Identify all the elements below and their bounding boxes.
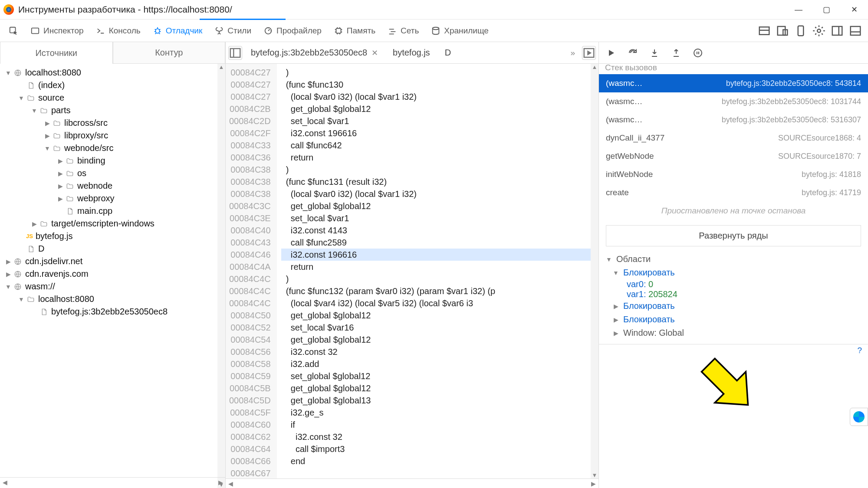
tree-item[interactable]: ▼wasm://	[2, 280, 217, 293]
svg-rect-10	[832, 26, 842, 35]
tree-item[interactable]: ▼source	[2, 92, 217, 104]
teamviewer-icon[interactable]	[850, 408, 868, 426]
dock-bottom-icon[interactable]	[849, 24, 862, 37]
tree-item[interactable]: (index)	[2, 79, 217, 92]
settings-icon[interactable]	[812, 24, 825, 37]
tree-item[interactable]: ▶libproxy/src	[2, 129, 217, 142]
svg-rect-11	[851, 26, 861, 35]
tree-item[interactable]: ▶webnode	[2, 180, 217, 192]
callstack-header: Стек вызовов	[599, 61, 868, 74]
svg-rect-1	[32, 28, 39, 33]
tab-memory[interactable]: Память	[328, 23, 381, 38]
stack-frame[interactable]: (wasmc…bytefog.js:3b2ebb2e53050ec8: 1031…	[599, 92, 868, 111]
tab-console[interactable]: Консоль	[90, 23, 147, 38]
tree-item[interactable]: bytefog.js:3b2ebb2e53050ec8	[2, 305, 217, 318]
minimize-button[interactable]: —	[785, 0, 812, 20]
globe-icon	[13, 282, 23, 291]
tab-style[interactable]: Стили	[208, 23, 257, 38]
debugger-side-panel: Стек вызовов (wasmc…bytefog.js:3b2ebb2e5…	[599, 42, 868, 488]
stack-frame[interactable]: (wasmc…bytefog.js:3b2ebb2e53050ec8: 5316…	[599, 111, 868, 129]
tab-sources[interactable]: Источники	[0, 42, 113, 64]
close-button[interactable]: ✕	[840, 0, 868, 20]
svg-point-18	[694, 49, 702, 57]
scope-window[interactable]: ▶Window: Global	[601, 326, 866, 340]
scope-block-3[interactable]: ▶Блокировать	[601, 313, 866, 326]
layout-icon[interactable]	[758, 24, 771, 37]
expand-rows-button[interactable]: Развернуть ряды	[606, 225, 861, 246]
stack-frame[interactable]: initWebNodebytefog.js: 41818	[599, 165, 868, 183]
editor-tab-3[interactable]: D	[439, 45, 457, 60]
tree-scrollbar[interactable]: ▲▼	[217, 64, 225, 488]
maximize-button[interactable]: ▢	[812, 0, 840, 20]
tab-outline[interactable]: Контур	[113, 42, 226, 64]
folder-icon	[39, 219, 49, 229]
pick-element-button[interactable]	[3, 23, 24, 38]
folder-icon	[52, 131, 62, 141]
tree-item[interactable]: ▶libcross/src	[2, 117, 217, 129]
file-icon	[39, 307, 49, 317]
right-footer: ?	[599, 344, 868, 356]
sources-panel: Источники Контур ▼localhost:8080(index)▼…	[0, 42, 226, 488]
globe-icon	[13, 269, 23, 279]
titlebar: Инструменты разработчика - https://local…	[0, 0, 868, 20]
scope-var0: var0: 0	[601, 279, 866, 289]
tree-item[interactable]: ▼webnode/src	[2, 142, 217, 154]
editor-panel: bytefog.js:3b2ebb2e53050ec8✕ bytefog.js …	[226, 42, 599, 488]
call-stack[interactable]: (wasmc…bytefog.js:3b2ebb2e53050ec8: 5438…	[599, 74, 868, 202]
tabs-overflow[interactable]: »	[566, 48, 579, 58]
run-icon[interactable]	[582, 46, 596, 60]
pause-button[interactable]	[692, 47, 704, 59]
svg-rect-3	[336, 28, 341, 33]
tree-item[interactable]: ▶target/emscripten-windows	[2, 217, 217, 230]
folder-icon	[26, 93, 36, 103]
scope-var1: var1: 205824	[601, 289, 866, 299]
step-over-button[interactable]	[627, 47, 639, 59]
tree-item[interactable]: ▶os	[2, 167, 217, 180]
tab-network[interactable]: Сеть	[381, 23, 425, 38]
tab-storage[interactable]: Хранилище	[425, 23, 495, 38]
tree-item[interactable]: main.cpp	[2, 205, 217, 217]
editor-scrollbar-v[interactable]: ▲▼	[591, 64, 598, 478]
tree-item[interactable]: ▶cdn.ravenjs.com	[2, 268, 217, 280]
tree-item[interactable]: ▼localhost:8080	[2, 293, 217, 305]
resume-button[interactable]	[605, 47, 617, 59]
source-tree[interactable]: ▼localhost:8080(index)▼source▼parts▶libc…	[0, 64, 217, 488]
responsive-icon[interactable]	[776, 24, 789, 37]
scopes-panel[interactable]: ▼Области ▼Блокировать var0: 0 var1: 2058…	[599, 252, 868, 344]
stack-frame[interactable]: createbytefog.js: 41719	[599, 183, 868, 202]
tree-scrollbar-h[interactable]: ◀▶	[0, 477, 226, 487]
tree-item[interactable]: D	[2, 242, 217, 255]
editor-tab-2[interactable]: bytefog.js	[387, 45, 436, 60]
stack-frame[interactable]: (wasmc…bytefog.js:3b2ebb2e53050ec8: 5438…	[599, 74, 868, 92]
editor-tab-1[interactable]: bytefog.js:3b2ebb2e53050ec8✕	[245, 45, 384, 60]
file-icon	[26, 81, 36, 90]
tree-item[interactable]: JSbytefog.js	[2, 230, 217, 242]
tab-debugger[interactable]: Отладчик	[147, 23, 209, 38]
scope-block-1[interactable]: ▼Блокировать	[601, 266, 866, 279]
file-icon	[65, 206, 75, 216]
step-out-button[interactable]	[670, 47, 682, 59]
tab-profiler[interactable]: Профайлер	[257, 23, 328, 38]
globe-icon	[13, 257, 23, 266]
tree-item[interactable]: ▶webproxy	[2, 192, 217, 205]
folder-icon	[65, 194, 75, 203]
toggle-sidebar-icon[interactable]	[228, 46, 242, 60]
folder-icon	[65, 169, 75, 178]
tab-inspector[interactable]: Инспектор	[24, 23, 90, 38]
step-in-button[interactable]	[648, 47, 661, 59]
tree-item[interactable]: ▶cdn.jsdelivr.net	[2, 255, 217, 268]
dock-side-icon[interactable]	[831, 24, 844, 37]
folder-icon	[65, 181, 75, 191]
firefox-icon	[3, 4, 14, 15]
tree-item[interactable]: ▶binding	[2, 154, 217, 167]
close-tab-icon[interactable]: ✕	[372, 48, 378, 58]
stack-frame[interactable]: dynCall_ii_4377SOURCEsource1868: 4	[599, 129, 868, 147]
scopes-header[interactable]: ▼Области	[601, 252, 866, 266]
tree-item[interactable]: ▼parts	[2, 104, 217, 117]
editor-scrollbar-h[interactable]: ◀▶	[226, 478, 598, 488]
stack-frame[interactable]: getWebNodeSOURCEsource1870: 7	[599, 147, 868, 165]
code-editor[interactable]: 00084C2700084C2700084C2700084C2B00084C2D…	[226, 64, 598, 478]
tree-item[interactable]: ▼localhost:8080	[2, 66, 217, 79]
scope-block-2[interactable]: ▶Блокировать	[601, 299, 866, 313]
device-icon[interactable]	[794, 24, 807, 37]
